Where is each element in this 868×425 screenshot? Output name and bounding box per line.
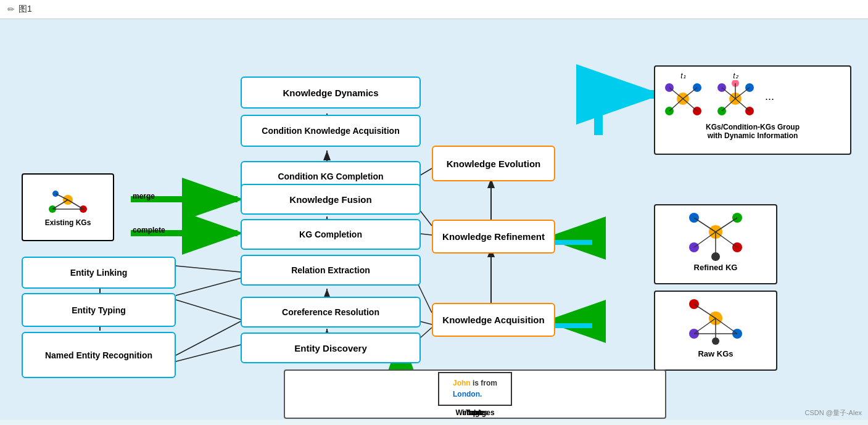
svg-line-61 bbox=[735, 99, 750, 111]
complete-label: complete bbox=[133, 226, 165, 234]
existing-kgs-label: Existing KGs bbox=[45, 218, 91, 227]
svg-line-10 bbox=[176, 345, 241, 361]
existing-kgs-box: Existing KGs bbox=[22, 173, 114, 241]
john-text: John bbox=[453, 379, 471, 387]
refined-kg-label: Refined KG bbox=[694, 263, 738, 272]
kg-group-label: KGs/Condition-KGs Groupwith Dynamic Info… bbox=[706, 123, 800, 140]
svg-line-72 bbox=[716, 232, 737, 247]
condition-kg-completion-label: Condition KG Completion bbox=[278, 171, 383, 181]
t1-label: t₁ bbox=[680, 72, 685, 80]
is-from-text: is from bbox=[471, 379, 497, 387]
svg-line-71 bbox=[694, 232, 716, 247]
knowledge-fusion-box: Knowledge Fusion bbox=[241, 184, 421, 215]
text-source: John is from London. text bbox=[438, 372, 512, 417]
existing-kgs-graph bbox=[43, 188, 93, 218]
kg-group-box: t₁ t₂ bbox=[654, 65, 851, 155]
svg-line-42 bbox=[68, 200, 83, 209]
kg-completion-box: KG Completion bbox=[241, 219, 421, 250]
svg-line-12 bbox=[176, 300, 241, 320]
raw-kgs-graph bbox=[679, 297, 753, 349]
entity-linking-box: Entity Linking bbox=[22, 257, 176, 289]
svg-line-51 bbox=[683, 99, 697, 111]
refined-kg-graph bbox=[679, 210, 753, 263]
header-title: 图1 bbox=[19, 4, 32, 15]
dots-label: ... bbox=[765, 90, 774, 103]
text-box: John is from London. bbox=[438, 372, 512, 406]
watermark: CSDN @量子-Alex bbox=[805, 408, 862, 418]
relation-extraction-box: Relation Extraction bbox=[241, 255, 421, 286]
t1-graph bbox=[660, 80, 706, 120]
t2-graph bbox=[713, 80, 759, 120]
svg-line-74 bbox=[716, 218, 737, 232]
entity-typing-box: Entity Typing bbox=[22, 293, 176, 327]
london-text: London. bbox=[453, 390, 482, 398]
raw-kgs-box: Raw KGs bbox=[654, 291, 777, 371]
svg-line-60 bbox=[722, 99, 735, 111]
svg-line-80 bbox=[694, 318, 716, 334]
refined-kg-box: Refined KG bbox=[654, 204, 777, 284]
pencil-icon: ✏ bbox=[7, 4, 15, 14]
raw-kgs-label: Raw KGs bbox=[698, 349, 733, 358]
knowledge-refinement-box: Knowledge Refinement bbox=[432, 220, 555, 254]
svg-line-14 bbox=[176, 266, 241, 272]
coreference-resolution-label: Coreference Resolution bbox=[282, 307, 379, 317]
svg-line-50 bbox=[669, 99, 683, 111]
svg-line-13 bbox=[176, 278, 241, 295]
data-sources-panel: Table </XML> Web pages images bbox=[284, 369, 666, 419]
t2-label: t₂ bbox=[733, 72, 738, 80]
knowledge-acquisition-box: Knowledge Acquisition bbox=[432, 303, 555, 337]
header: ✏ 图1 bbox=[0, 0, 868, 19]
condition-knowledge-acquisition-box: Condition Knowledge Acquisition bbox=[241, 115, 421, 147]
svg-line-41 bbox=[52, 200, 68, 209]
svg-line-81 bbox=[716, 318, 737, 334]
svg-line-73 bbox=[694, 218, 716, 232]
entity-discovery-box: Entity Discovery bbox=[241, 332, 421, 363]
merge-label: merge bbox=[133, 192, 155, 200]
svg-line-82 bbox=[694, 304, 716, 318]
knowledge-dynamics-box: Knowledge Dynamics bbox=[241, 76, 421, 109]
knowledge-evolution-box: Knowledge Evolution bbox=[432, 146, 555, 181]
svg-line-11 bbox=[176, 321, 241, 355]
ner-box: Named Entity Recognition bbox=[22, 332, 176, 378]
coreference-resolution-box: Coreference Resolution bbox=[241, 297, 421, 328]
main-area: Existing KGs merge complete Named Entity… bbox=[0, 19, 868, 420]
